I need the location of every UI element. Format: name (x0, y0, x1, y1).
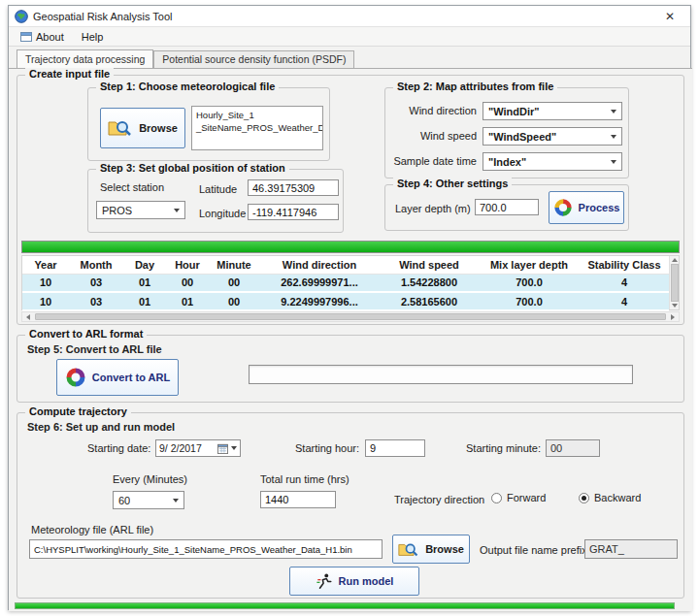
run-model-button[interactable]: Run model (289, 567, 419, 596)
meteorology-file-field[interactable] (29, 539, 383, 559)
backward-radio[interactable]: Backward (579, 492, 641, 503)
radio-circle-icon (579, 493, 589, 503)
bottom-progress-bar (15, 602, 675, 609)
process-pinwheel-icon (553, 198, 573, 217)
starting-date-label: Starting date: (87, 442, 150, 454)
output-prefix-label: Output file name prefix (480, 544, 587, 556)
convert-progress-bar (249, 365, 633, 384)
browse-arl-file-button[interactable]: Browse (392, 535, 470, 564)
cell: 00 (209, 274, 259, 292)
table-vertical-scrollbar[interactable] (669, 256, 679, 309)
col-year[interactable]: Year (22, 256, 69, 274)
compute-trajectory-title: Compute trajectory (25, 405, 131, 417)
scroll-right-icon (671, 314, 675, 320)
folder-search-icon (398, 541, 419, 558)
step1-title: Step 1: Choose meteorological file (96, 81, 279, 92)
col-wind-direction[interactable]: Wind direction (259, 256, 380, 274)
convert-to-arl-button[interactable]: Convert to ARL (56, 359, 179, 396)
meteorological-file-line1: Hourly_Site_1 (196, 110, 318, 122)
col-month[interactable]: Month (69, 256, 123, 274)
cell: 4 (580, 274, 669, 292)
forward-radio[interactable]: Forward (491, 492, 546, 503)
layer-depth-label: Layer depth (m) (395, 203, 471, 214)
scroll-left-button[interactable] (22, 312, 34, 321)
every-minutes-label: Every (Minutes) (113, 473, 187, 485)
chevron-down-icon (174, 209, 180, 212)
convert-to-arl-label: Convert to ARL (92, 372, 170, 383)
wind-direction-label: Wind direction (391, 105, 477, 116)
process-button[interactable]: Process (549, 191, 624, 224)
scroll-down-icon[interactable] (672, 304, 678, 308)
output-prefix-field[interactable] (584, 539, 678, 559)
vertical-scroll-thumb[interactable] (671, 264, 679, 302)
convert-arl-group: Convert to ARL format Step 5: Convert to… (17, 335, 684, 403)
col-hour[interactable]: Hour (166, 256, 209, 274)
cell: 03 (69, 292, 123, 310)
sample-date-time-select[interactable]: "Index" (483, 152, 622, 171)
create-input-file-group: Create input file Step 1: Choose meteoro… (17, 75, 684, 325)
meteorological-file-field[interactable]: Hourly_Site_1 _SiteName_PROS_Weather_Dat… (191, 106, 323, 150)
weather-data-table: Year Month Day Hour Minute Wind directio… (21, 255, 680, 310)
tab-page: Create input file Step 1: Choose meteoro… (9, 68, 692, 611)
starting-minute-field (546, 439, 600, 457)
scroll-right-button[interactable] (667, 312, 679, 321)
chevron-down-icon (173, 499, 179, 503)
menu-about[interactable]: About (13, 29, 72, 45)
forward-radio-label: Forward (507, 492, 546, 503)
total-run-time-field[interactable] (260, 491, 336, 508)
latitude-field[interactable] (248, 179, 339, 196)
scroll-up-icon[interactable] (672, 258, 678, 262)
browse-meteorological-file-button[interactable]: Browse (100, 108, 185, 148)
wind-speed-select[interactable]: "WindSpeed" (483, 127, 622, 146)
wind-speed-label: Wind speed (391, 130, 477, 142)
select-station-label: Select station (100, 181, 164, 193)
cell: 700.0 (479, 274, 580, 292)
longitude-label: Longitude (199, 208, 246, 219)
step1-group: Step 1: Choose meteorological file Brows… (87, 87, 330, 161)
process-button-label: Process (579, 202, 620, 213)
starting-date-picker[interactable]: 9/ 2/2017 (155, 439, 241, 457)
calendar-icon (217, 443, 228, 454)
tab-psdf[interactable]: Potential source density function (PSDF) (153, 50, 354, 69)
col-day[interactable]: Day (123, 256, 166, 274)
step4-title: Step 4: Other settings (393, 178, 512, 189)
every-minutes-select[interactable]: 60 (113, 491, 184, 509)
table-row[interactable]: 10 03 01 01 00 9.2249997996... 2.5816560… (22, 292, 669, 310)
menu-bar: About Help (9, 27, 690, 47)
convert-arl-title: Convert to ARL format (25, 328, 147, 340)
cell: 9.2249997996... (259, 292, 380, 310)
chevron-down-icon (611, 110, 616, 113)
table-row[interactable]: 10 03 01 00 00 262.69999971... 1.5422880… (22, 274, 669, 292)
horizontal-scroll-thumb[interactable] (35, 313, 666, 320)
tab-strip: Trajectory data processing Potential sou… (17, 50, 354, 69)
layer-depth-field[interactable] (475, 199, 539, 215)
longitude-field[interactable] (248, 204, 339, 220)
col-mix-layer-depth[interactable]: Mix layer depth (479, 256, 580, 274)
step3-group: Step 3: Set global position of station S… (87, 169, 344, 233)
col-minute[interactable]: Minute (209, 256, 259, 274)
meteorological-file-line2: _SiteName_PROS_Weather_Data.csv (196, 122, 318, 135)
scroll-left-icon (26, 314, 30, 320)
station-select[interactable]: PROS (96, 201, 185, 219)
table-header-row: Year Month Day Hour Minute Wind directio… (22, 256, 669, 274)
col-stability-class[interactable]: Stability Class (580, 256, 669, 274)
starting-hour-label: Starting hour: (295, 442, 359, 454)
convert-cycle-icon (65, 367, 86, 388)
cell: 00 (166, 274, 209, 292)
wind-direction-select[interactable]: "WindDir" (483, 102, 622, 120)
cell: 700.0 (479, 292, 580, 310)
weather-data-grid[interactable]: Year Month Day Hour Minute Wind directio… (22, 256, 669, 311)
starting-hour-field[interactable] (365, 439, 425, 457)
menu-help[interactable]: Help (74, 29, 112, 45)
cell: 03 (69, 274, 123, 292)
table-horizontal-scrollbar[interactable] (21, 311, 680, 322)
cell: 01 (123, 292, 166, 310)
tab-trajectory-data-processing[interactable]: Trajectory data processing (17, 49, 153, 68)
browse-button-label: Browse (139, 122, 178, 134)
cell: 01 (123, 274, 166, 292)
cell: 00 (209, 292, 259, 310)
chevron-down-icon (611, 135, 616, 139)
col-wind-speed[interactable]: Wind speed (380, 256, 479, 274)
wind-direction-value: "WindDir" (488, 106, 540, 117)
close-icon[interactable]: ✕ (655, 6, 684, 26)
